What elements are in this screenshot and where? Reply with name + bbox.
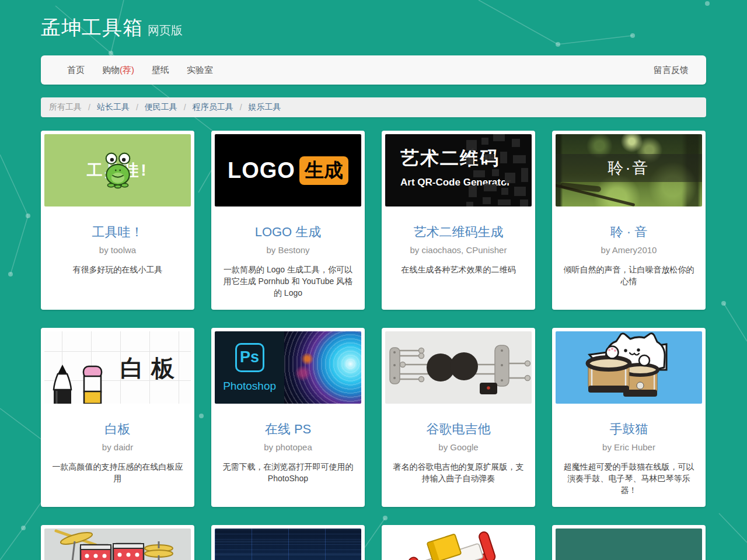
tool-author: by toolwa [44, 245, 191, 255]
tool-card-drum-kit[interactable] [41, 525, 194, 560]
tool-title[interactable]: 手鼓猫 [556, 421, 702, 438]
nav-item-lab[interactable]: 实验室 [187, 65, 213, 76]
game-console-banner[interactable] [385, 528, 532, 560]
tool-description: 一款简易的 Logo 生成工具，你可以用它生成 Pornhub 和 YouTub… [221, 264, 355, 299]
logo-banner-text-white: LOGO [228, 158, 295, 183]
tool-author: by photopea [215, 442, 361, 452]
nav-shop-recommended-badge: (荐) [120, 65, 134, 75]
tool-title[interactable]: 聆 · 音 [556, 223, 702, 241]
filter-all-tools[interactable]: 所有工具 [49, 102, 82, 113]
tool-card-art-qr[interactable]: 艺术二维码 Art QR-Code Generator 艺术二维码生成 by c… [382, 131, 535, 310]
tool-author: by ciaochaos, CPunisher [385, 245, 532, 255]
qr-code-pattern [466, 134, 532, 206]
tool-title[interactable]: 艺术二维码生成 [385, 223, 532, 241]
whiteboard-banner[interactable]: 白板 [44, 331, 191, 404]
tool-description: 著名的谷歌电吉他的复原扩展版，支持输入曲子自动弹奏 [391, 461, 526, 485]
filter-separator: / [240, 103, 242, 112]
filter-programmer-tools[interactable]: 程序员工具 [193, 102, 233, 113]
tool-card-google-guitar[interactable]: 谷歌电吉他 by Google 著名的谷歌电吉他的复原扩展版，支持输入曲子自动弹… [382, 328, 535, 507]
pen-and-eraser-icon [44, 331, 114, 404]
art-qr-banner[interactable]: 艺术二维码 Art QR-Code Generator [385, 134, 532, 206]
tool-card-online-ps[interactable]: Ps Photoshop 在线 PS by photopea 无需下载，在浏览器… [211, 328, 365, 507]
tool-description: 有很多好玩的在线小工具 [50, 264, 185, 276]
tool-card-grid: 工具哇! 工具哇！ by toolwa 有很多好玩的在线小工具 LOGO 生成 … [41, 131, 706, 560]
listen-banner[interactable]: 聆·音 [556, 134, 702, 206]
tool-card-whiteboard[interactable]: 白板 白板 by daidr 一款高颜值的支持压感的在线白板应用 [41, 328, 194, 507]
nav-item-feedback[interactable]: 留言反馈 [654, 65, 689, 76]
tool-card-audio-editor[interactable] [211, 525, 365, 560]
filter-entertainment-tools[interactable]: 娱乐工具 [249, 102, 281, 113]
nav-item-shop[interactable]: 购物(荐) [102, 65, 134, 76]
main-navbar: 首页 购物(荐) 壁纸 实验室 留言反馈 [41, 55, 706, 85]
tool-description: 倾听自然的声音，让白噪音放松你的心情 [561, 264, 696, 288]
frog-icon [102, 152, 134, 189]
site-subtitle: 网页版 [148, 24, 183, 37]
bongo-cat-icon [556, 331, 702, 404]
tool-author: by Google [385, 442, 532, 452]
tool-author: by daidr [44, 442, 191, 452]
listen-banner-text: 聆·音 [608, 158, 650, 178]
swirl-artwork [284, 331, 361, 404]
tool-card-logo-generator[interactable]: LOGO 生成 LOGO 生成 by Bestony 一款简易的 Logo 生成… [211, 131, 365, 310]
ps-logo-icon: Ps [235, 343, 264, 372]
tool-author: by Amery2010 [556, 245, 702, 255]
tool-title[interactable]: LOGO 生成 [215, 223, 361, 241]
tool-card-listen[interactable]: 聆·音 聆 · 音 by Amery2010 倾听自然的声音，让白噪音放松你的心… [552, 131, 706, 310]
game-console-icon [385, 528, 532, 560]
bongo-cat-banner[interactable] [556, 331, 702, 404]
nav-item-wallpaper[interactable]: 壁纸 [152, 65, 169, 76]
guitar-doodle-icon [385, 331, 532, 404]
tool-description: 无需下载，在浏览器打开即可使用的 PhotoShop [221, 461, 355, 485]
category-filter-bar: 所有工具 / 站长工具 / 便民工具 / 程序员工具 / 娱乐工具 [41, 97, 706, 117]
tool-description: 超魔性超可爱的手鼓猫在线版，可以演奏手鼓、电子琴、马林巴琴等乐器！ [561, 461, 696, 496]
photoshop-logo-panel: Ps Photoshop [215, 331, 284, 404]
tool-title[interactable]: 在线 PS [215, 421, 361, 438]
tool-title[interactable]: 白板 [44, 421, 191, 438]
tool-author: by Eric Huber [556, 442, 702, 452]
tool-card-game-console[interactable] [382, 525, 535, 560]
site-header: 孟坤工具箱网页版 [41, 0, 706, 39]
nav-item-home[interactable]: 首页 [67, 65, 85, 76]
toolwa-banner[interactable]: 工具哇! [44, 134, 191, 206]
dark-green-banner[interactable] [556, 528, 702, 560]
drum-kit-icon [44, 528, 191, 560]
tool-title[interactable]: 工具哇！ [44, 223, 191, 241]
logo-banner-text-orange: 生成 [299, 156, 348, 185]
tool-description: 一款高颜值的支持压感的在线白板应用 [50, 461, 185, 485]
logo-generator-banner[interactable]: LOGO 生成 [215, 134, 361, 206]
drum-kit-banner[interactable] [44, 528, 191, 560]
photoshop-banner[interactable]: Ps Photoshop [215, 331, 361, 404]
site-title: 孟坤工具箱 [41, 16, 143, 38]
filter-separator: / [88, 103, 90, 112]
filter-separator: / [184, 103, 186, 112]
whiteboard-banner-text: 白板 [120, 352, 182, 384]
guitar-banner[interactable] [385, 331, 532, 404]
tool-author: by Bestony [215, 245, 361, 255]
listen-banner-band: 聆·音 [556, 154, 702, 182]
filter-separator: / [136, 103, 138, 112]
tool-card-bongo-cat[interactable]: 手鼓猫 by Eric Huber 超魔性超可爱的手鼓猫在线版，可以演奏手鼓、电… [552, 328, 706, 507]
filter-convenience-tools[interactable]: 便民工具 [145, 102, 177, 113]
tool-title[interactable]: 谷歌电吉他 [385, 421, 532, 438]
audio-editor-banner[interactable] [215, 528, 361, 560]
filter-webmaster-tools[interactable]: 站长工具 [97, 102, 130, 113]
tool-description: 在线生成各种艺术效果的二维码 [391, 264, 526, 276]
photoshop-banner-text: Photoshop [223, 380, 276, 393]
tool-card-toolwa[interactable]: 工具哇! 工具哇！ by toolwa 有很多好玩的在线小工具 [41, 131, 194, 310]
tool-card-dark-green[interactable] [552, 525, 706, 560]
